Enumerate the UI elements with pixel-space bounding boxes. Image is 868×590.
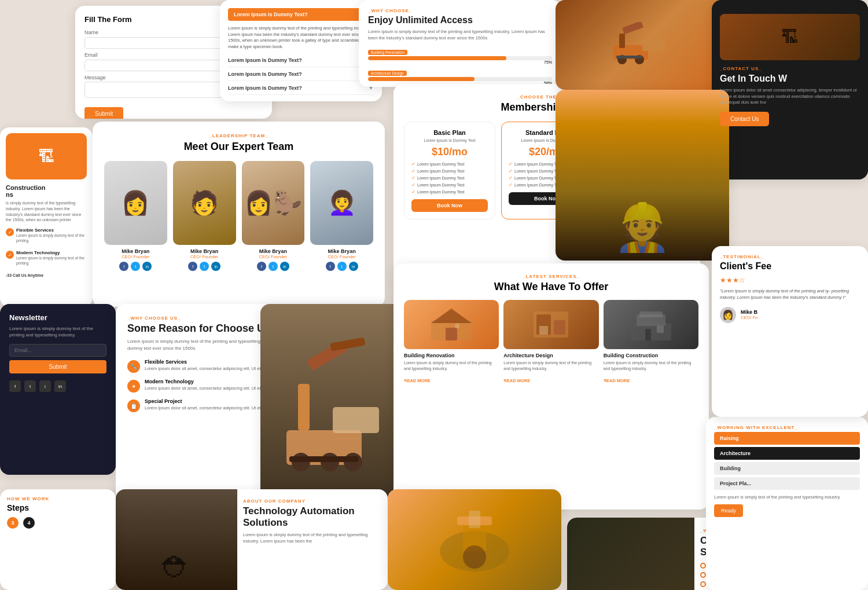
twitter-icon-1[interactable]: t xyxy=(131,262,140,271)
tech-label: ABOUT OUR COMPANY xyxy=(243,499,378,504)
basic-feature-5: Lorem Ipsum Dummy Text xyxy=(411,189,488,195)
testimonial-label: _TESTIMONIAL_ xyxy=(720,254,860,259)
tab-project[interactable]: Project Pla... xyxy=(714,477,860,490)
svg-rect-9 xyxy=(298,384,310,430)
architecture-svg xyxy=(528,306,574,343)
svg-rect-8 xyxy=(333,407,379,433)
twitter-icon-2[interactable]: t xyxy=(200,262,209,271)
tabs-desc: Lorem ipsum is simply text of the printi… xyxy=(714,494,860,501)
basic-book-btn[interactable]: Book Now xyxy=(411,199,488,212)
contact-button[interactable]: Contact Us xyxy=(720,112,769,126)
twitter-icon-4[interactable]: t xyxy=(337,262,347,271)
progress-architecture: Architecture Design 58% xyxy=(368,67,552,85)
newsletter-instagram-icon[interactable]: i xyxy=(39,380,51,392)
building-name: Building Construction xyxy=(604,353,698,358)
svg-rect-15 xyxy=(289,456,359,462)
team-title: Meet Our Expert Team xyxy=(104,141,373,153)
check-icon-2: ✓ xyxy=(6,251,14,259)
check-icon-1: ✓ xyxy=(6,228,14,236)
team-label: _LEADERSHIP TEAM_ xyxy=(104,133,373,138)
building-desc: Lorem ipsum is simply dummy text of the … xyxy=(604,360,698,372)
basic-plan: Basic Plan Lorem Ipsum Is Dummy Text $10… xyxy=(404,122,495,219)
access-desc: Lorem Ipsum is simply dummy text of the … xyxy=(368,29,552,41)
svg-rect-18 xyxy=(446,328,457,340)
eng-dot-1 xyxy=(700,563,706,569)
svg-rect-22 xyxy=(554,320,565,335)
construction-card: 🏗 Construction ns is simply dummy text o… xyxy=(0,127,93,307)
svg-rect-23 xyxy=(539,326,548,335)
tab-raising[interactable]: Raising xyxy=(714,432,860,445)
faq-item-2-label: Lorem Ipsum Is Dummy Text? xyxy=(228,71,302,77)
faq-header-item[interactable]: Lorem Ipsum Is Dummy Text? ▼ xyxy=(228,8,374,21)
linkedin-icon-3[interactable]: in xyxy=(280,262,289,271)
member-4-social: f t in xyxy=(310,262,373,271)
testimonial-title: Client's Fee xyxy=(720,261,860,272)
renovation-pct: 75% xyxy=(544,60,552,64)
renovation-tag: Building Renovation xyxy=(368,50,407,55)
linkedin-icon-4[interactable]: in xyxy=(349,262,358,271)
svg-rect-1 xyxy=(642,39,665,51)
work-image-card xyxy=(388,489,561,590)
tab-architecture[interactable]: Architecture xyxy=(714,447,860,460)
special-icon: 📋 xyxy=(127,400,140,412)
newsletter-facebook-icon[interactable]: f xyxy=(9,380,21,392)
worker-image-card: 👷 xyxy=(556,90,729,261)
svg-rect-6 xyxy=(616,56,642,58)
svg-point-19 xyxy=(455,324,459,328)
basic-feature-1: Lorem Ipsum Dummy Text xyxy=(411,162,488,167)
basic-plan-name: Basic Plan xyxy=(411,129,488,136)
facebook-icon-3[interactable]: f xyxy=(257,262,266,271)
access-why-label: _WHY CHOOSE_ xyxy=(368,8,552,13)
feature-flexible: ✓ Flexible Services Lorem ipsum is simpl… xyxy=(6,228,87,247)
tab-building[interactable]: Building xyxy=(714,462,860,475)
member-4-name: Mike Bryan xyxy=(310,248,373,254)
facebook-icon-2[interactable]: f xyxy=(188,262,197,271)
engineering-image: 👷 xyxy=(567,518,694,590)
basic-plan-desc: Lorem Ipsum Is Dummy Text xyxy=(411,138,488,142)
faq-header-text: Lorem Ipsum Is Dummy Text? xyxy=(234,12,308,17)
newsletter-email-input[interactable] xyxy=(9,344,106,357)
newsletter-social-links: f t i in xyxy=(9,380,106,392)
faq-body: Lorem ipsum is simply dummy text of the … xyxy=(228,25,374,50)
renovation-read-more[interactable]: READ MORE xyxy=(404,378,431,383)
building-read-more[interactable]: READ MORE xyxy=(604,378,630,383)
service-building: Building Construction Lorem ipsum is sim… xyxy=(604,300,698,384)
renovation-svg xyxy=(428,306,475,343)
ready-button[interactable]: Ready xyxy=(714,504,743,517)
twitter-icon-3[interactable]: t xyxy=(269,262,278,271)
contact-card: 🏗 _CONTACT US_ Get In Touch W Lorem ipsu… xyxy=(712,0,868,179)
contact-image: 🏗 xyxy=(720,14,860,60)
svg-point-34 xyxy=(463,545,486,569)
faq-item-3[interactable]: Lorem Ipsum Is Dummy Text? ▼ xyxy=(228,81,374,95)
contact-title: Get In Touch W xyxy=(720,74,860,84)
faq-item-1[interactable]: Lorem Ipsum Is Dummy Text? ▼ xyxy=(228,53,374,67)
call-us-text: -33 Call Us Anytime xyxy=(6,273,87,277)
svg-rect-11 xyxy=(330,337,366,351)
services-card: _LATEST SERVICES_ What We Have To Offer … xyxy=(393,263,709,510)
newsletter-twitter-icon[interactable]: t xyxy=(24,380,36,392)
eng-dot-3 xyxy=(700,572,706,578)
architecture-read-more[interactable]: READ MORE xyxy=(503,378,530,383)
architecture-desc: Lorem ipsum is simply dummy text of the … xyxy=(503,360,598,372)
faq-item-1-label: Lorem Ipsum Is Dummy Text? xyxy=(228,57,302,63)
tech-title: Technology Automation Solutions xyxy=(243,505,378,529)
facebook-icon-1[interactable]: f xyxy=(119,262,128,271)
member-3-role: CEO/ Founder xyxy=(242,254,305,259)
newsletter-linkedin-icon[interactable]: in xyxy=(54,380,66,392)
svg-rect-27 xyxy=(645,329,651,340)
submit-button[interactable]: Submit xyxy=(84,107,123,119)
access-title: Enjoy Unlimited Access xyxy=(368,15,552,25)
tech-desc: Lorem ipsum is simply dummy text of the … xyxy=(243,532,378,544)
member-2-photo: 🧑 xyxy=(173,161,236,245)
architecture-image xyxy=(503,300,598,349)
step-3: 3 xyxy=(7,517,19,529)
member-1-name: Mike Bryan xyxy=(104,248,167,254)
faq-item-2[interactable]: Lorem Ipsum Is Dummy Text? ▼ xyxy=(228,67,374,81)
linkedin-icon-2[interactable]: in xyxy=(211,262,220,271)
team-members-list: 👩 Mike Bryan CEO/ Founder f t in 🧑 Mike … xyxy=(104,161,373,271)
work-image xyxy=(388,489,561,590)
newsletter-submit-button[interactable]: Submit xyxy=(9,360,106,373)
facebook-icon-4[interactable]: f xyxy=(326,262,335,271)
construction-image: 🏗 xyxy=(6,133,87,179)
linkedin-icon-1[interactable]: in xyxy=(142,262,152,271)
